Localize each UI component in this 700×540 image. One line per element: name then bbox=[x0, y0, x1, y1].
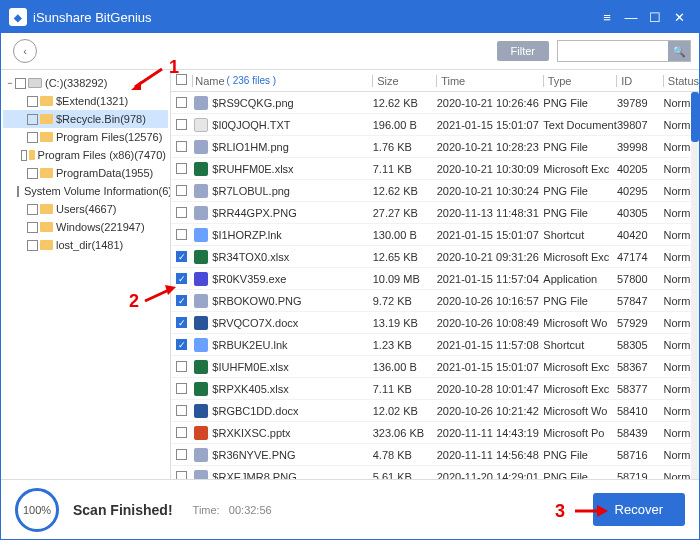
file-row[interactable]: ✓$R34TOX0.xlsx12.65 KB2020-10-21 09:31:2… bbox=[171, 246, 699, 268]
file-id: 58305 bbox=[617, 339, 664, 351]
close-button[interactable]: ✕ bbox=[667, 5, 691, 29]
col-type[interactable]: Type bbox=[543, 75, 617, 87]
file-row[interactable]: $I0QJOQH.TXT196.00 B2021-01-15 15:01:07T… bbox=[171, 114, 699, 136]
tree-checkbox[interactable] bbox=[27, 222, 38, 233]
file-row[interactable]: ✓$RVQCO7X.docx13.19 KB2020-10-26 10:08:4… bbox=[171, 312, 699, 334]
tree-item[interactable]: $Extend(1321) bbox=[3, 92, 168, 110]
select-all-checkbox[interactable] bbox=[176, 74, 187, 85]
file-png-icon bbox=[194, 206, 208, 220]
file-time: 2021-01-15 15:01:07 bbox=[437, 229, 544, 241]
tree-item[interactable]: lost_dir(1481) bbox=[3, 236, 168, 254]
tree-item[interactable]: Windows(221947) bbox=[3, 218, 168, 236]
col-size[interactable]: Size bbox=[372, 75, 436, 87]
tree-item[interactable]: System Volume Information(6) bbox=[3, 182, 168, 200]
file-rows: $RS9CQKG.png12.62 KB2020-10-21 10:26:46P… bbox=[171, 92, 699, 479]
row-checkbox[interactable]: ✓ bbox=[176, 317, 187, 328]
row-checkbox[interactable] bbox=[176, 163, 187, 174]
row-checkbox[interactable] bbox=[176, 427, 187, 438]
tree-item[interactable]: $Recycle.Bin(978) bbox=[3, 110, 168, 128]
tree-item[interactable]: Users(4667) bbox=[3, 200, 168, 218]
file-type: Shortcut bbox=[543, 229, 617, 241]
tree-checkbox[interactable] bbox=[27, 204, 38, 215]
file-size: 323.06 KB bbox=[373, 427, 437, 439]
tree-checkbox[interactable] bbox=[27, 240, 38, 251]
tree-checkbox[interactable] bbox=[27, 114, 38, 125]
maximize-button[interactable]: ☐ bbox=[643, 5, 667, 29]
recover-button[interactable]: Recover bbox=[593, 493, 685, 526]
tree-checkbox[interactable] bbox=[27, 96, 38, 107]
file-size: 9.72 KB bbox=[373, 295, 437, 307]
search-input[interactable] bbox=[558, 41, 668, 61]
menu-icon[interactable]: ≡ bbox=[595, 5, 619, 29]
row-checkbox[interactable] bbox=[176, 361, 187, 372]
row-checkbox[interactable] bbox=[176, 207, 187, 218]
row-checkbox[interactable] bbox=[176, 449, 187, 460]
row-checkbox[interactable] bbox=[176, 405, 187, 416]
row-checkbox[interactable] bbox=[176, 229, 187, 240]
row-checkbox[interactable] bbox=[176, 185, 187, 196]
file-name: $RXKIXSC.pptx bbox=[212, 427, 290, 439]
file-row[interactable]: $RXEJMR8.PNG5.61 KB2020-11-20 14:29:01PN… bbox=[171, 466, 699, 479]
back-button[interactable]: ‹ bbox=[13, 39, 37, 63]
tree-item[interactable]: ProgramData(1955) bbox=[3, 164, 168, 182]
tree-checkbox[interactable] bbox=[15, 78, 26, 89]
search-button[interactable]: 🔍 bbox=[668, 41, 690, 61]
row-checkbox[interactable] bbox=[176, 141, 187, 152]
row-checkbox[interactable] bbox=[176, 383, 187, 394]
col-status[interactable]: Status bbox=[663, 75, 699, 87]
row-checkbox[interactable] bbox=[176, 97, 187, 108]
file-time: 2020-10-26 10:16:57 bbox=[437, 295, 544, 307]
file-row[interactable]: $RXKIXSC.pptx323.06 KB2020-11-11 14:43:1… bbox=[171, 422, 699, 444]
row-checkbox[interactable] bbox=[176, 471, 187, 479]
file-png-icon bbox=[194, 96, 208, 110]
app-logo-icon: ◆ bbox=[9, 8, 27, 26]
file-row[interactable]: ✓$RBUK2EU.lnk1.23 KB2021-01-15 11:57:08S… bbox=[171, 334, 699, 356]
tree-item[interactable]: Program Files (x86)(7470) bbox=[3, 146, 168, 164]
filter-button[interactable]: Filter bbox=[497, 41, 549, 61]
file-row[interactable]: ✓$RBOKOW0.PNG9.72 KB2020-10-26 10:16:57P… bbox=[171, 290, 699, 312]
row-checkbox[interactable]: ✓ bbox=[176, 339, 187, 350]
file-type: PNG File bbox=[543, 185, 617, 197]
tree-label: Program Files (x86)(7470) bbox=[38, 149, 166, 161]
file-row[interactable]: $R36NYVE.PNG4.78 KB2020-11-11 14:56:48PN… bbox=[171, 444, 699, 466]
tree-checkbox[interactable] bbox=[27, 132, 38, 143]
row-checkbox[interactable]: ✓ bbox=[176, 295, 187, 306]
tree-label: ProgramData(1955) bbox=[56, 167, 153, 179]
row-checkbox[interactable] bbox=[176, 119, 187, 130]
search-box: 🔍 bbox=[557, 40, 691, 62]
tree-twist-icon[interactable]: − bbox=[5, 78, 15, 88]
file-id: 58367 bbox=[617, 361, 664, 373]
folder-tree: −(C:)(338292)$Extend(1321)$Recycle.Bin(9… bbox=[1, 70, 171, 479]
scrollbar-thumb[interactable] bbox=[691, 92, 699, 142]
file-type: Shortcut bbox=[543, 339, 617, 351]
file-type: Microsoft Exc bbox=[543, 383, 617, 395]
file-row[interactable]: $IUHFM0E.xlsx136.00 B2021-01-15 15:01:07… bbox=[171, 356, 699, 378]
row-checkbox[interactable]: ✓ bbox=[176, 251, 187, 262]
file-row[interactable]: $RS9CQKG.png12.62 KB2020-10-21 10:26:46P… bbox=[171, 92, 699, 114]
tree-label: $Extend(1321) bbox=[56, 95, 128, 107]
minimize-button[interactable]: — bbox=[619, 5, 643, 29]
file-row[interactable]: $R7LOBUL.png12.62 KB2020-10-21 10:30:24P… bbox=[171, 180, 699, 202]
file-name: $RBUK2EU.lnk bbox=[212, 339, 287, 351]
row-checkbox[interactable]: ✓ bbox=[176, 273, 187, 284]
file-row[interactable]: $RUHFM0E.xlsx7.11 KB2020-10-21 10:30:09M… bbox=[171, 158, 699, 180]
file-name: $RGBC1DD.docx bbox=[212, 405, 298, 417]
tree-checkbox[interactable] bbox=[27, 168, 38, 179]
file-row[interactable]: ✓$R0KV359.exe10.09 MB2021-01-15 11:57:04… bbox=[171, 268, 699, 290]
tree-item[interactable]: −(C:)(338292) bbox=[3, 74, 168, 92]
file-size: 12.62 KB bbox=[373, 97, 437, 109]
file-row[interactable]: $RPXK405.xlsx7.11 KB2020-10-28 10:01:47M… bbox=[171, 378, 699, 400]
file-row[interactable]: $RGBC1DD.docx12.02 KB2020-10-26 10:21:42… bbox=[171, 400, 699, 422]
col-name[interactable]: Name ( 236 files ) bbox=[192, 75, 372, 87]
col-time[interactable]: Time bbox=[436, 75, 543, 87]
col-id[interactable]: ID bbox=[616, 75, 663, 87]
tree-checkbox[interactable] bbox=[21, 150, 27, 161]
file-row[interactable]: $RLIO1HM.png1.76 KB2020-10-21 10:28:23PN… bbox=[171, 136, 699, 158]
file-time: 2021-01-15 15:01:07 bbox=[437, 361, 544, 373]
tree-item[interactable]: Program Files(12576) bbox=[3, 128, 168, 146]
file-type: Microsoft Po bbox=[543, 427, 617, 439]
scrollbar-track[interactable] bbox=[691, 92, 699, 479]
file-row[interactable]: $RR44GPX.PNG27.27 KB2020-11-13 11:48:31P… bbox=[171, 202, 699, 224]
tree-checkbox[interactable] bbox=[17, 186, 19, 197]
file-row[interactable]: $I1HORZP.lnk130.00 B2021-01-15 15:01:07S… bbox=[171, 224, 699, 246]
